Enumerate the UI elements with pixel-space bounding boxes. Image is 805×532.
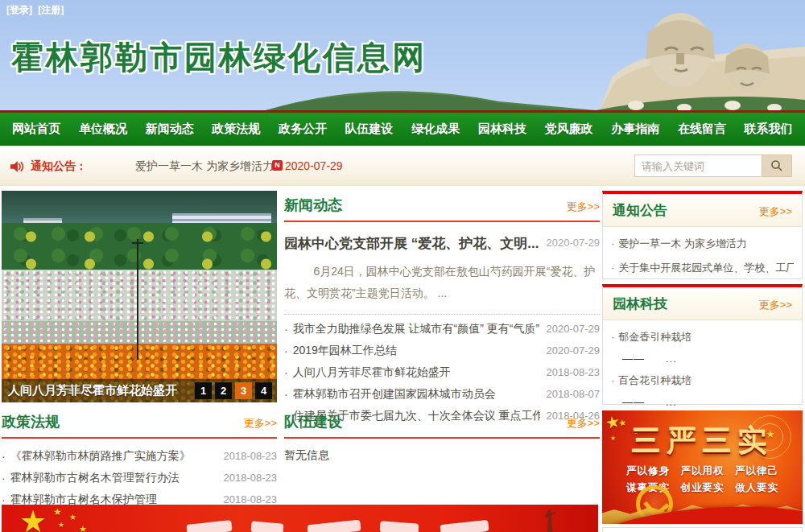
policy-section-title: 政策法规 — [2, 412, 60, 431]
sanyan-sanshi-banner[interactable]: ★★ ★ ★ ★ 三严三实 严以修身 严以用权 严以律己 谋事要实 创业要实 做… — [602, 410, 803, 524]
banner-title: 三严三实 — [602, 422, 803, 461]
news-item-title[interactable]: 2019年园林工作总结 — [293, 344, 540, 358]
news-item-date: 2018-08-23 — [547, 366, 601, 378]
notice-date: 2020-07-29 — [285, 159, 343, 172]
nav-item-news[interactable]: 新闻动态 — [139, 122, 200, 137]
notice-item[interactable]: ·爱护一草一木 为家乡增活力 — [611, 232, 794, 256]
team-section: 队伍建设 更多>> 暂无信息 — [284, 412, 600, 463]
featured-news-title[interactable]: 园林中心党支部开展 “爱花、护花、文明... — [284, 234, 540, 253]
search-button[interactable] — [762, 155, 792, 177]
news-list-item[interactable]: · 2019年园林工作总结 2020-07-29 — [284, 340, 600, 361]
nav-item-tech[interactable]: 园林科技 — [472, 122, 533, 137]
policy-item-date: 2018-08-23 — [224, 493, 278, 505]
tech-item[interactable]: ·百合花引种栽培 — [611, 369, 794, 393]
bullet: · — [284, 323, 288, 336]
notices-more-link[interactable]: 更多>> — [759, 204, 792, 219]
nav-item-home[interactable]: 网站首页 — [6, 122, 67, 137]
star-icon: ★ — [53, 506, 62, 518]
divider — [284, 221, 600, 222]
site-header: [登录] [注册] 霍林郭勒市园林绿化信息网 — [0, 0, 805, 110]
nav-item-about[interactable]: 单位概况 — [72, 122, 134, 137]
pager-3-active[interactable]: 3 — [235, 382, 252, 399]
pager-1[interactable]: 1 — [195, 382, 212, 399]
divider — [2, 437, 277, 439]
news-item-title[interactable]: 人间八月芳菲尽霍市鲜花始盛开 — [293, 365, 540, 380]
star-icon: ★ — [79, 524, 87, 532]
news-section-title: 新闻动态 — [284, 196, 342, 215]
news-list-item[interactable]: · 霍林郭勒市召开创建国家园林城市动员会 2018-08-07 — [284, 383, 600, 405]
nav-item-policy[interactable]: 政策法规 — [205, 122, 266, 137]
nav-item-guide[interactable]: 办事指南 — [605, 122, 666, 137]
star-icon: ★ — [58, 521, 64, 529]
calligraphy-decoration — [307, 520, 361, 532]
photo-carousel[interactable]: 人间八月芳菲尽霍市鲜花始盛开 1 2 3 4 — [2, 191, 277, 402]
policy-item-title[interactable]: 霍林郭勒市古树名木管理暂行办法 — [10, 471, 217, 485]
tech-panel-title: 园林科技 — [613, 295, 667, 313]
notice-item[interactable]: ·关于集中开展花园式单位、学校、工厂... — [611, 256, 794, 280]
notice-link[interactable]: 爱护一草一木 为家乡增活力 — [135, 159, 274, 174]
notice-label: 通知公告： — [31, 159, 87, 174]
team-empty-text: 暂无信息 — [284, 448, 600, 463]
search-box — [634, 155, 792, 177]
star-icon: ★ — [69, 513, 76, 522]
news-item-title[interactable]: 我市全力助推绿色发展 让城市有“颜值” 更有“气质” — [293, 322, 540, 336]
bottom-banner[interactable]: ★ ★ ★ ★ ★ — [2, 505, 598, 532]
tech-item[interactable]: ·郁金香引种栽培 — [611, 325, 794, 349]
calligraphy-decoration — [250, 521, 283, 532]
auth-links: [登录] [注册] — [6, 3, 67, 17]
nav-item-contact[interactable]: 联系我们 — [738, 122, 799, 137]
divider — [284, 314, 600, 315]
banner-slogan-line1: 严以修身 严以用权 严以律己 — [602, 464, 803, 478]
carousel-caption-bar: 人间八月芳菲尽霍市鲜花始盛开 1 2 3 4 — [2, 379, 277, 402]
policy-item-title[interactable]: 《霍林郭勒市林荫路推广实施方案》 — [10, 449, 217, 464]
featured-news[interactable]: 园林中心党支部开展 “爱花、护花、文明... 2020-07-29 — [284, 234, 600, 253]
notice-bar: 通知公告： 爱护一草一木 为家乡增活力 N 2020-07-29 — [0, 148, 805, 186]
news-list-item[interactable]: · 我市全力助推绿色发展 让城市有“颜值” 更有“气质” 2020-07-29 — [284, 318, 600, 340]
news-more-link[interactable]: 更多>> — [567, 200, 600, 214]
policy-list-item[interactable]: · 霍林郭勒市古树名木管理暂行办法 2018-08-23 — [2, 467, 277, 489]
login-link[interactable]: [登录] — [6, 4, 32, 15]
team-section-title: 队伍建设 — [284, 412, 342, 431]
policy-item-date: 2018-08-23 — [224, 472, 278, 484]
calligraphy-decoration — [440, 520, 489, 532]
carousel-photo-pole — [137, 239, 138, 360]
carousel-caption[interactable]: 人间八月芳菲尽霍市鲜花始盛开 — [2, 383, 195, 398]
team-more-link[interactable]: 更多>> — [567, 416, 600, 431]
news-section: 新闻动态 更多>> 园林中心党支部开展 “爱花、护花、文明... 2020-07… — [284, 196, 600, 427]
news-item-title[interactable]: 霍林郭勒市召开创建国家园林城市动员会 — [293, 387, 540, 402]
tech-item-sub: ——... — [611, 349, 794, 369]
notices-panel-title: 通知公告 — [613, 201, 667, 220]
carousel-photo-trees — [2, 223, 277, 270]
nav-item-greening[interactable]: 绿化成果 — [405, 122, 466, 137]
calligraphy-decoration — [380, 521, 419, 532]
notices-panel: 通知公告 更多>> ·爱护一草一木 为家乡增活力 ·关于集中开展花园式单位、学校… — [602, 191, 803, 279]
site-title: 霍林郭勒市园林绿化信息网 — [11, 35, 427, 80]
news-item-date: 2020-07-29 — [547, 323, 601, 335]
policy-list-item[interactable]: · 《霍林郭勒市林荫路推广实施方案》 2018-08-23 — [2, 445, 277, 467]
pager-4[interactable]: 4 — [255, 382, 272, 399]
bottom-right-panel: 暂无信息 — [602, 527, 803, 532]
carousel-photo-flowers — [2, 321, 277, 344]
carousel-pager: 1 2 3 4 — [195, 382, 277, 399]
featured-news-date: 2020-07-29 — [547, 234, 601, 249]
news-list-item[interactable]: · 人间八月芳菲尽霍市鲜花始盛开 2018-08-23 — [284, 361, 600, 383]
tech-panel: 园林科技 更多>> ·郁金香引种栽培 ——... ·百合花引种栽培 ——... — [602, 284, 803, 405]
magnifier-icon — [770, 159, 783, 172]
carousel-photo-flowers — [2, 270, 277, 321]
search-input[interactable] — [634, 155, 762, 177]
featured-news-summary: 6月24日，园林中心党支部在敖包山芍药园开展“爱花、护花、文明赏花”主题党日活动… — [284, 261, 600, 303]
main-nav: 网站首页 单位概况 新闻动态 政策法规 政务公开 队伍建设 绿化成果 园林科技 … — [0, 110, 805, 146]
policy-more-link[interactable]: 更多>> — [244, 416, 277, 431]
statue-silhouette — [543, 509, 556, 532]
tech-more-link[interactable]: 更多>> — [759, 298, 792, 312]
bullet: · — [2, 472, 6, 485]
nav-item-gov-open[interactable]: 政务公开 — [272, 122, 333, 137]
ribbon-decoration — [602, 500, 803, 524]
nav-item-message[interactable]: 在线留言 — [671, 122, 733, 137]
register-link[interactable]: [注册] — [38, 4, 64, 15]
bullet: · — [611, 374, 614, 386]
policy-section: 政策法规 更多>> · 《霍林郭勒市林荫路推广实施方案》 2018-08-23 … — [2, 412, 277, 510]
pager-2[interactable]: 2 — [215, 382, 232, 399]
nav-item-team[interactable]: 队伍建设 — [339, 122, 400, 137]
nav-item-party[interactable]: 党风廉政 — [539, 122, 600, 137]
